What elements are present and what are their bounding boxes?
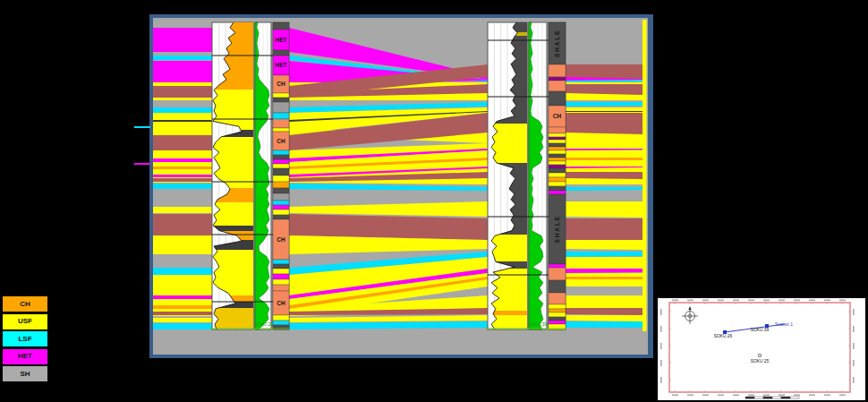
map-axis-label (779, 300, 785, 302)
correlation-band (153, 235, 212, 254)
map-well-label: SOKU 25 (751, 359, 770, 364)
map-axis-label (702, 395, 709, 397)
litho-block (273, 113, 289, 119)
litho-block (549, 77, 566, 81)
correlation-band (153, 93, 212, 98)
litho-block (549, 161, 566, 165)
map-scale-bar (790, 397, 799, 398)
litho-block (549, 64, 566, 77)
basemap-inset[interactable]: SOKU 26SOKU 39SOKU 25Section 1 (658, 298, 865, 400)
map-axis-label (853, 377, 855, 383)
litho-block (549, 168, 566, 173)
litho-label: CH (277, 300, 285, 306)
correlation-band (153, 150, 212, 158)
well-name-label: SOKU 26 (254, 321, 273, 327)
litho-block (273, 164, 289, 168)
litho-block (549, 321, 566, 324)
legend-item-ch: CH (3, 296, 47, 312)
correlation-band (566, 158, 642, 160)
correlation-band (566, 315, 642, 321)
correlation-band (153, 295, 212, 299)
litho-block (549, 158, 566, 161)
map-axis-label (853, 326, 855, 332)
litho-block (273, 22, 289, 30)
well-track-soku-26[interactable]: HETHETCHCHCHCHSOKU 26 (210, 22, 289, 329)
legend-item-usf: USF (3, 314, 47, 329)
map-axis-label (660, 343, 662, 349)
litho-block (273, 155, 289, 159)
correlation-band (153, 275, 212, 295)
legend-label: USF (18, 318, 32, 325)
correlation-band (153, 175, 212, 177)
litho-block (273, 50, 289, 56)
correlation-band (289, 214, 488, 240)
litho-block (549, 143, 566, 147)
map-scale-bar (781, 397, 790, 398)
correlation-band (153, 158, 212, 162)
map-axis-label (824, 300, 830, 302)
correlation-band (566, 113, 642, 134)
map-scale-bar (754, 397, 763, 398)
litho-block (273, 215, 289, 219)
litho-block (273, 188, 289, 193)
litho-block (549, 280, 566, 293)
litho-block (273, 93, 289, 98)
litho-block (273, 119, 289, 128)
legend-label: CH (20, 301, 30, 308)
correlation-band (566, 308, 642, 315)
correlation-band (153, 305, 212, 309)
litho-block (549, 127, 566, 133)
map-axis-label (733, 395, 739, 397)
well-name-label: SOKU 39 (528, 321, 547, 327)
litho-block (273, 279, 289, 285)
map-axis-label (687, 300, 694, 302)
correlation-band (153, 129, 212, 135)
litho-block (273, 321, 289, 325)
litho-label: CH (277, 81, 285, 87)
litho-label: HET (276, 37, 287, 43)
map-axis-label (718, 395, 724, 397)
litho-label: HET (276, 62, 287, 68)
litho-block (273, 150, 289, 155)
section-line-label: Section 1 (775, 322, 793, 327)
litho-block (549, 304, 566, 309)
slide-canvas: HETHETCHCHCHCHSOKU 26SHALECHSHALESOKU 39… (0, 0, 868, 402)
map-axis-label (748, 300, 754, 302)
correlation-band (566, 273, 642, 287)
legend-label: HET (18, 353, 32, 360)
legend-label: SH (20, 371, 30, 378)
well-track-soku-39[interactable]: SHALECHSHALESOKU 39 (486, 22, 566, 329)
map-axis-label (794, 300, 800, 302)
litho-label: CH (277, 138, 285, 144)
correlation-band (153, 323, 212, 329)
map-scale-bar (745, 397, 754, 398)
litho-block (273, 168, 289, 175)
map-axis-label (853, 360, 855, 366)
litho-block (549, 137, 566, 140)
correlation-band (566, 240, 642, 250)
correlation-band (566, 84, 642, 95)
litho-block (273, 159, 289, 164)
correlation-band (153, 268, 212, 275)
litho-block (273, 201, 289, 205)
map-axis-label (660, 309, 662, 315)
map-axis-label (763, 300, 770, 302)
correlation-band (153, 56, 212, 60)
correlation-band (153, 61, 212, 84)
litho-block (273, 182, 289, 188)
correlation-band (566, 111, 642, 112)
correlation-band (566, 107, 642, 113)
correlation-panel[interactable]: HETHETCHCHCHCHSOKU 26SHALECHSHALESOKU 39 (134, 14, 653, 358)
right-edge-band (642, 20, 647, 331)
litho-block (549, 177, 566, 182)
correlation-band (153, 107, 212, 113)
correlation-band (566, 64, 642, 79)
correlation-band (153, 178, 212, 182)
map-axis-label (660, 326, 662, 332)
correlation-band (566, 133, 642, 145)
litho-block (549, 140, 566, 143)
litho-label: CH (277, 236, 285, 243)
correlation-band (153, 184, 212, 189)
correlation-band (153, 214, 212, 235)
correlation-band (153, 167, 212, 169)
